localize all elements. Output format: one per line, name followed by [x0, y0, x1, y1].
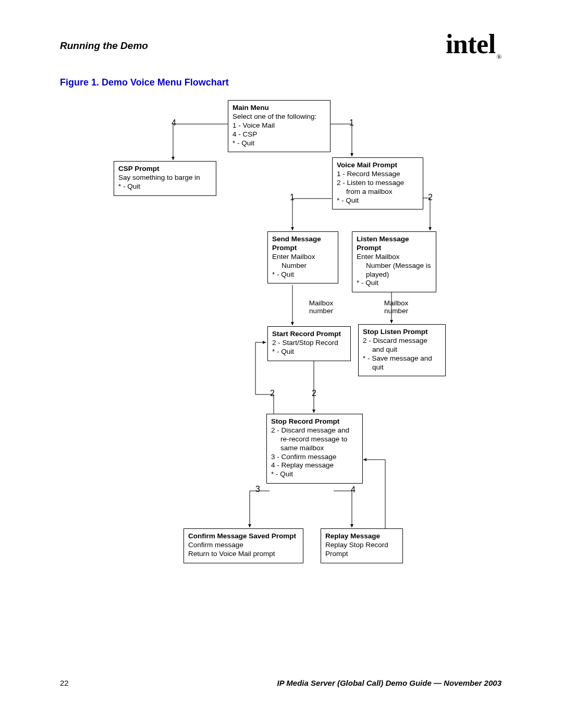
edge-label-2: 2 — [312, 389, 316, 398]
node-title: Confirm Message Saved Prompt — [188, 532, 296, 540]
node-confirm-saved: Confirm Message Saved Prompt Confirm mes… — [183, 528, 303, 563]
page-number: 22 — [60, 678, 69, 687]
edge-label-1: 1 — [349, 118, 354, 128]
node-line: Replay Stop Record Prompt — [325, 541, 398, 559]
node-stop-listen: Stop Listen Prompt 2 - Discard message a… — [358, 324, 446, 376]
node-line: * - Quit — [118, 182, 212, 191]
node-line: 2 - Discard message — [363, 337, 441, 346]
brand-text: intel — [446, 29, 496, 59]
node-line: 2 - Discard message and — [271, 426, 358, 435]
edge-label-4: 4 — [351, 485, 356, 495]
flowchart-diagram: Main Menu Select one of the following: 1… — [60, 95, 443, 585]
edge-label-1: 1 — [290, 193, 295, 202]
footer-text: IP Media Server (Global Call) Demo Guide… — [277, 678, 501, 687]
node-line: 2 - Listen to message — [337, 179, 419, 188]
node-line: * - Quit — [271, 470, 358, 479]
node-line: Number (Message is played) — [357, 262, 432, 279]
node-stop-record: Stop Record Prompt 2 - Discard message a… — [266, 414, 363, 484]
node-csp-prompt: CSP Prompt Say something to barge in * -… — [114, 161, 216, 196]
node-title: Send Message Prompt — [272, 235, 321, 252]
node-send-message: Send Message Prompt Enter Mailbox Number… — [267, 231, 338, 283]
node-line: quit — [363, 363, 441, 372]
node-line: Say something to barge in — [118, 174, 212, 182]
node-title: Start Record Prompt — [272, 330, 341, 338]
node-line: Confirm message — [188, 541, 299, 550]
reg-mark: ® — [497, 53, 501, 60]
edge-label-4: 4 — [172, 118, 176, 128]
node-title: CSP Prompt — [118, 165, 160, 172]
node-line: * - Save message and — [363, 354, 441, 363]
edge-label-2: 2 — [428, 193, 433, 202]
edge-label-mailbox: Mailbox number — [378, 299, 414, 315]
node-line: 4 - CSP — [232, 130, 326, 139]
node-line: * - Quit — [337, 196, 419, 205]
node-line: from a mailbox — [337, 188, 419, 196]
node-line: Return to Voice Mail prompt — [188, 550, 299, 559]
node-line: 3 - Confirm message — [271, 453, 358, 462]
node-title: Main Menu — [232, 104, 269, 112]
node-title: Listen Message Prompt — [357, 235, 409, 252]
node-line: 4 - Replay message — [271, 461, 358, 470]
node-listen-message: Listen Message Prompt Enter Mailbox Numb… — [352, 231, 436, 292]
section-header: Running the Demo — [60, 40, 148, 52]
node-start-record: Start Record Prompt 2 - Start/Stop Recor… — [267, 326, 351, 361]
node-line: * - Quit — [232, 139, 326, 148]
node-replay-message: Replay Message Replay Stop Record Prompt — [321, 528, 403, 563]
node-voice-mail-prompt: Voice Mail Prompt 1 - Record Message 2 -… — [332, 157, 423, 209]
node-title: Stop Listen Prompt — [363, 328, 428, 336]
node-title: Replay Message — [325, 532, 380, 540]
edge-label-2: 2 — [270, 389, 275, 398]
node-line: 2 - Start/Stop Record — [272, 339, 346, 348]
edge-label-3: 3 — [255, 485, 260, 494]
node-line: re-record message to same mailbox — [271, 435, 358, 453]
node-line: 1 - Voice Mail — [232, 121, 326, 130]
node-line: Enter Mailbox — [272, 253, 334, 262]
node-line: * - Quit — [357, 279, 432, 288]
figure-title: Figure 1. Demo Voice Menu Flowchart — [60, 77, 229, 88]
node-line: and quit — [363, 346, 441, 354]
node-line: Enter Mailbox — [357, 253, 432, 262]
node-line: * - Quit — [272, 348, 346, 356]
node-line: Select one of the following: — [232, 113, 326, 121]
node-line: Number — [272, 262, 334, 270]
brand-logo: intel® — [446, 29, 501, 61]
node-line: * - Quit — [272, 270, 334, 279]
node-line: 1 - Record Message — [337, 170, 419, 179]
node-main-menu: Main Menu Select one of the following: 1… — [228, 100, 331, 152]
edge-label-mailbox: Mailbox number — [303, 299, 339, 315]
node-title: Voice Mail Prompt — [337, 161, 397, 169]
node-title: Stop Record Prompt — [271, 417, 339, 425]
